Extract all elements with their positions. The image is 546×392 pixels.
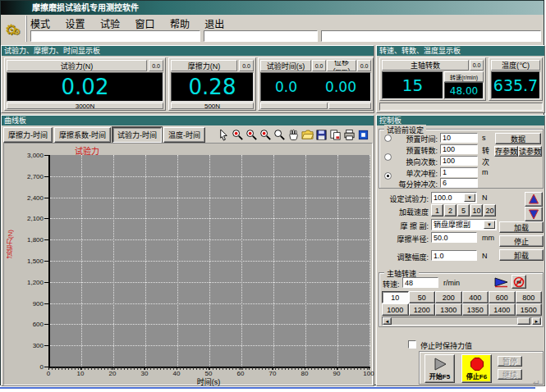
start-button[interactable]: 开始F5 bbox=[424, 354, 455, 383]
data-button[interactable]: 数据 bbox=[495, 133, 541, 144]
speed-preset-button[interactable]: 1000 bbox=[382, 303, 409, 316]
hold-force-label: 停止时保持力值 bbox=[420, 340, 472, 351]
spindle-speed-group: 主轴转速 转速: r/min 10 50 200 400 600 800 100… bbox=[379, 272, 544, 327]
friction-radius-input[interactable] bbox=[431, 232, 477, 243]
x-tick-label: 70 bbox=[262, 370, 283, 377]
friction-force-range: 500N bbox=[171, 103, 254, 109]
chart-canvas[interactable]: 试验力 试验力(N) 03006009001,2001,5001,8002,10… bbox=[3, 143, 373, 385]
pause-button[interactable]: 暂停 bbox=[498, 356, 522, 367]
spindle-stop-icon[interactable] bbox=[512, 275, 526, 289]
open-folder-icon[interactable] bbox=[301, 129, 314, 141]
set-force-combo[interactable]: 100.0▼ bbox=[431, 192, 477, 203]
tab-temperature-time[interactable]: 温度-时间 bbox=[163, 127, 205, 143]
set-force-unit: N bbox=[482, 194, 488, 202]
speed-scrollbar[interactable]: ◄ ► bbox=[382, 317, 542, 326]
spindle-speed-label: 转速: bbox=[383, 279, 400, 289]
speed-preset-button[interactable]: 1500 bbox=[516, 303, 543, 316]
force-down-button[interactable] bbox=[525, 207, 543, 221]
temperature-value: 635.7 bbox=[491, 71, 540, 99]
hold-force-checkbox[interactable] bbox=[408, 340, 416, 349]
pretest-group: 试验前设定 预置时间: s 预置转数: 转 换向次数: 次 单次冲程: m 每分… bbox=[379, 129, 544, 189]
tab-friction-time[interactable]: 摩擦力-时间 bbox=[3, 127, 53, 143]
load-speed-20-button[interactable]: 20 bbox=[484, 204, 496, 217]
speed-preset-button[interactable]: 1400 bbox=[489, 303, 516, 316]
preset-revs-input[interactable] bbox=[440, 144, 478, 154]
scrollbar-right-arrow[interactable]: ► bbox=[532, 317, 541, 325]
zoom-window-icon[interactable] bbox=[273, 129, 286, 141]
read-params-button[interactable]: 读参数 bbox=[518, 146, 542, 157]
x-tick-label: 10 bbox=[70, 370, 91, 377]
force-up-button[interactable] bbox=[525, 192, 543, 207]
speed-preset-button[interactable]: 50 bbox=[409, 291, 436, 303]
x-tick-label: 40 bbox=[166, 370, 187, 377]
load-speed-label: 加载速度 bbox=[387, 207, 429, 217]
scrollbar-thumb[interactable] bbox=[517, 317, 530, 325]
friction-force-box: 摩擦力(N) 0.0 0.28 500N bbox=[168, 57, 256, 111]
blue-square-icon[interactable] bbox=[357, 129, 369, 141]
scrollbar-left-arrow[interactable]: ◄ bbox=[383, 317, 392, 325]
pan-hand-icon[interactable] bbox=[287, 129, 300, 141]
adjust-label: 调整幅度: bbox=[381, 252, 429, 262]
load-speed-1-button[interactable]: 1 bbox=[431, 204, 443, 217]
spindle-run-icon[interactable] bbox=[493, 276, 510, 289]
chart-toolbar bbox=[218, 129, 373, 141]
load-button[interactable]: 加载 bbox=[499, 221, 544, 233]
menu-mode[interactable]: 模式 bbox=[30, 16, 50, 30]
load-speed-2-button[interactable]: 2 bbox=[444, 204, 457, 217]
speed-preset-button[interactable]: 10 bbox=[382, 291, 409, 303]
x-tick-label: 0 bbox=[38, 370, 59, 377]
zoom-in-icon[interactable] bbox=[232, 129, 244, 141]
stop-button[interactable]: 停止F6 bbox=[461, 354, 492, 383]
speed-preset-button[interactable]: 400 bbox=[462, 291, 489, 303]
save-params-button[interactable]: 存参数 bbox=[494, 146, 518, 157]
displacement-value: 0.00 bbox=[325, 79, 356, 95]
preset-time-input[interactable] bbox=[440, 133, 478, 143]
menu-exit[interactable]: 退出 bbox=[204, 16, 224, 30]
gear-icon[interactable]: ⚙⚙ bbox=[5, 21, 25, 41]
reverse-count-input[interactable] bbox=[440, 156, 478, 166]
menu-window[interactable]: 窗口 bbox=[135, 16, 154, 30]
speed-value: 48.00 bbox=[444, 82, 484, 99]
print-icon[interactable] bbox=[343, 129, 356, 141]
menu-help[interactable]: 帮助 bbox=[170, 16, 190, 30]
speed-preset-button[interactable]: 1200 bbox=[409, 303, 436, 316]
speed-panel-footer-strip bbox=[379, 103, 543, 111]
unload-button[interactable]: 卸载 bbox=[499, 249, 544, 261]
pointer-icon[interactable] bbox=[218, 129, 230, 141]
chevron-down-icon[interactable]: ▼ bbox=[464, 194, 475, 202]
x-tick-mark bbox=[369, 367, 369, 370]
speed-preset-button[interactable]: 600 bbox=[489, 291, 516, 303]
friction-pair-combo[interactable]: 销盘摩擦副▼ bbox=[431, 219, 497, 230]
tab-test-force-time[interactable]: 试验力-时间 bbox=[112, 127, 162, 143]
chevron-down-icon[interactable]: ▼ bbox=[484, 221, 495, 229]
strokes-per-min-input[interactable] bbox=[440, 178, 478, 188]
load-speed-10-button[interactable]: 10 bbox=[470, 204, 483, 217]
stop-load-button[interactable]: 停止 bbox=[499, 235, 544, 247]
test-force-box: 试验力(N) 0.0 0.02 3000N bbox=[4, 57, 166, 111]
speed-temp-display-panel: 转速、转数、温度显示板 主轴转数 0.0 15 转速(r/min) 48.00 … bbox=[376, 45, 545, 113]
x-tick-mark bbox=[80, 367, 81, 370]
title-bar[interactable]: 摩擦磨损试验机专用测控软件 bbox=[1, 1, 544, 15]
spindle-speed-input[interactable] bbox=[402, 277, 438, 288]
spindle-revs-value: 15 bbox=[382, 71, 443, 99]
zoom-y-icon[interactable] bbox=[259, 129, 272, 141]
speed-preset-button[interactable]: 1350 bbox=[462, 303, 489, 316]
copy-icon[interactable] bbox=[329, 129, 342, 141]
speed-preset-button[interactable]: 800 bbox=[516, 291, 543, 303]
menu-settings[interactable]: 设置 bbox=[65, 16, 85, 30]
speed-preset-button[interactable]: 1300 bbox=[435, 303, 462, 316]
curve-panel: 曲线板 摩擦力-时间 摩擦系数-时间 试验力-时间 温度-时间 bbox=[1, 115, 374, 386]
continue-button[interactable]: 继续 bbox=[498, 369, 522, 380]
speed-panel-header: 转速、转数、温度显示板 bbox=[377, 46, 544, 56]
load-speed-5-button[interactable]: 5 bbox=[457, 204, 470, 217]
zoom-x-icon[interactable] bbox=[245, 129, 258, 141]
radio-preset-time[interactable] bbox=[384, 134, 392, 142]
radio-preset-revs[interactable] bbox=[384, 153, 392, 161]
spindle-revs-peak: 0.0 bbox=[470, 60, 484, 71]
speed-preset-button[interactable]: 200 bbox=[435, 291, 462, 303]
tab-friction-coeff-time[interactable]: 摩擦系数-时间 bbox=[54, 127, 111, 143]
adjust-input[interactable] bbox=[431, 250, 477, 261]
single-stroke-input[interactable] bbox=[440, 167, 478, 177]
save-icon[interactable] bbox=[315, 129, 328, 141]
menu-test[interactable]: 试验 bbox=[100, 16, 120, 30]
